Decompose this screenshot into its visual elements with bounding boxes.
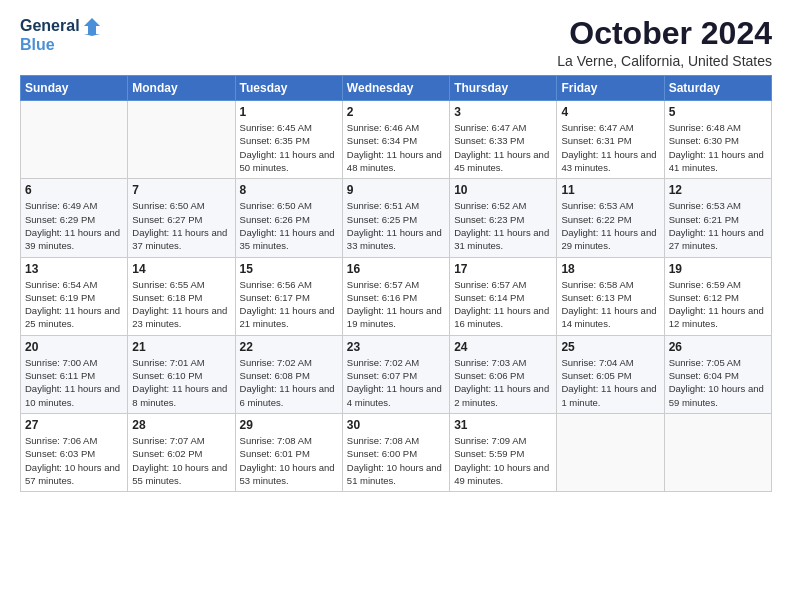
day-number: 23 — [347, 340, 445, 354]
day-number: 22 — [240, 340, 338, 354]
svg-marker-0 — [84, 18, 100, 36]
day-number: 6 — [25, 183, 123, 197]
day-info: Sunrise: 6:52 AM Sunset: 6:23 PM Dayligh… — [454, 199, 552, 252]
col-sunday: Sunday — [21, 76, 128, 101]
day-info: Sunrise: 6:59 AM Sunset: 6:12 PM Dayligh… — [669, 278, 767, 331]
subtitle: La Verne, California, United States — [557, 53, 772, 69]
col-monday: Monday — [128, 76, 235, 101]
calendar-cell: 7Sunrise: 6:50 AM Sunset: 6:27 PM Daylig… — [128, 179, 235, 257]
day-number: 31 — [454, 418, 552, 432]
calendar-cell: 23Sunrise: 7:02 AM Sunset: 6:07 PM Dayli… — [342, 335, 449, 413]
day-info: Sunrise: 6:47 AM Sunset: 6:33 PM Dayligh… — [454, 121, 552, 174]
day-number: 21 — [132, 340, 230, 354]
logo-arrow-icon — [82, 16, 102, 36]
day-info: Sunrise: 7:04 AM Sunset: 6:05 PM Dayligh… — [561, 356, 659, 409]
day-info: Sunrise: 6:53 AM Sunset: 6:22 PM Dayligh… — [561, 199, 659, 252]
logo-blue: Blue — [20, 36, 55, 54]
day-number: 12 — [669, 183, 767, 197]
day-number: 2 — [347, 105, 445, 119]
col-thursday: Thursday — [450, 76, 557, 101]
day-info: Sunrise: 7:02 AM Sunset: 6:07 PM Dayligh… — [347, 356, 445, 409]
day-info: Sunrise: 7:06 AM Sunset: 6:03 PM Dayligh… — [25, 434, 123, 487]
day-number: 9 — [347, 183, 445, 197]
calendar-cell: 28Sunrise: 7:07 AM Sunset: 6:02 PM Dayli… — [128, 413, 235, 491]
day-number: 17 — [454, 262, 552, 276]
day-number: 26 — [669, 340, 767, 354]
day-number: 19 — [669, 262, 767, 276]
day-info: Sunrise: 7:05 AM Sunset: 6:04 PM Dayligh… — [669, 356, 767, 409]
col-saturday: Saturday — [664, 76, 771, 101]
day-number: 15 — [240, 262, 338, 276]
day-info: Sunrise: 7:03 AM Sunset: 6:06 PM Dayligh… — [454, 356, 552, 409]
calendar-cell: 29Sunrise: 7:08 AM Sunset: 6:01 PM Dayli… — [235, 413, 342, 491]
day-number: 18 — [561, 262, 659, 276]
day-number: 25 — [561, 340, 659, 354]
calendar-cell: 24Sunrise: 7:03 AM Sunset: 6:06 PM Dayli… — [450, 335, 557, 413]
day-info: Sunrise: 7:08 AM Sunset: 6:01 PM Dayligh… — [240, 434, 338, 487]
calendar-cell: 13Sunrise: 6:54 AM Sunset: 6:19 PM Dayli… — [21, 257, 128, 335]
day-info: Sunrise: 6:54 AM Sunset: 6:19 PM Dayligh… — [25, 278, 123, 331]
day-info: Sunrise: 7:02 AM Sunset: 6:08 PM Dayligh… — [240, 356, 338, 409]
day-number: 16 — [347, 262, 445, 276]
calendar-cell: 16Sunrise: 6:57 AM Sunset: 6:16 PM Dayli… — [342, 257, 449, 335]
day-number: 30 — [347, 418, 445, 432]
day-info: Sunrise: 6:46 AM Sunset: 6:34 PM Dayligh… — [347, 121, 445, 174]
day-info: Sunrise: 7:07 AM Sunset: 6:02 PM Dayligh… — [132, 434, 230, 487]
logo: General Blue — [20, 16, 102, 54]
day-info: Sunrise: 6:57 AM Sunset: 6:14 PM Dayligh… — [454, 278, 552, 331]
calendar-table: Sunday Monday Tuesday Wednesday Thursday… — [20, 75, 772, 492]
calendar-cell: 17Sunrise: 6:57 AM Sunset: 6:14 PM Dayli… — [450, 257, 557, 335]
calendar-cell: 2Sunrise: 6:46 AM Sunset: 6:34 PM Daylig… — [342, 101, 449, 179]
day-info: Sunrise: 7:01 AM Sunset: 6:10 PM Dayligh… — [132, 356, 230, 409]
day-number: 3 — [454, 105, 552, 119]
day-info: Sunrise: 6:51 AM Sunset: 6:25 PM Dayligh… — [347, 199, 445, 252]
week-row-2: 6Sunrise: 6:49 AM Sunset: 6:29 PM Daylig… — [21, 179, 772, 257]
day-number: 24 — [454, 340, 552, 354]
day-number: 29 — [240, 418, 338, 432]
day-number: 13 — [25, 262, 123, 276]
day-number: 10 — [454, 183, 552, 197]
calendar-cell: 14Sunrise: 6:55 AM Sunset: 6:18 PM Dayli… — [128, 257, 235, 335]
day-info: Sunrise: 6:55 AM Sunset: 6:18 PM Dayligh… — [132, 278, 230, 331]
day-number: 20 — [25, 340, 123, 354]
day-info: Sunrise: 6:53 AM Sunset: 6:21 PM Dayligh… — [669, 199, 767, 252]
day-number: 14 — [132, 262, 230, 276]
calendar-cell: 26Sunrise: 7:05 AM Sunset: 6:04 PM Dayli… — [664, 335, 771, 413]
day-info: Sunrise: 6:50 AM Sunset: 6:26 PM Dayligh… — [240, 199, 338, 252]
day-info: Sunrise: 6:50 AM Sunset: 6:27 PM Dayligh… — [132, 199, 230, 252]
calendar-cell: 21Sunrise: 7:01 AM Sunset: 6:10 PM Dayli… — [128, 335, 235, 413]
calendar-cell: 5Sunrise: 6:48 AM Sunset: 6:30 PM Daylig… — [664, 101, 771, 179]
day-info: Sunrise: 7:09 AM Sunset: 5:59 PM Dayligh… — [454, 434, 552, 487]
calendar-cell: 27Sunrise: 7:06 AM Sunset: 6:03 PM Dayli… — [21, 413, 128, 491]
calendar-cell: 9Sunrise: 6:51 AM Sunset: 6:25 PM Daylig… — [342, 179, 449, 257]
day-info: Sunrise: 7:08 AM Sunset: 6:00 PM Dayligh… — [347, 434, 445, 487]
calendar-cell: 31Sunrise: 7:09 AM Sunset: 5:59 PM Dayli… — [450, 413, 557, 491]
calendar-cell: 20Sunrise: 7:00 AM Sunset: 6:11 PM Dayli… — [21, 335, 128, 413]
col-tuesday: Tuesday — [235, 76, 342, 101]
week-row-3: 13Sunrise: 6:54 AM Sunset: 6:19 PM Dayli… — [21, 257, 772, 335]
day-info: Sunrise: 6:58 AM Sunset: 6:13 PM Dayligh… — [561, 278, 659, 331]
week-row-4: 20Sunrise: 7:00 AM Sunset: 6:11 PM Dayli… — [21, 335, 772, 413]
calendar-cell — [557, 413, 664, 491]
calendar-cell — [664, 413, 771, 491]
calendar-cell: 8Sunrise: 6:50 AM Sunset: 6:26 PM Daylig… — [235, 179, 342, 257]
day-number: 7 — [132, 183, 230, 197]
col-friday: Friday — [557, 76, 664, 101]
day-number: 27 — [25, 418, 123, 432]
day-number: 4 — [561, 105, 659, 119]
day-info: Sunrise: 6:57 AM Sunset: 6:16 PM Dayligh… — [347, 278, 445, 331]
calendar-cell: 19Sunrise: 6:59 AM Sunset: 6:12 PM Dayli… — [664, 257, 771, 335]
day-info: Sunrise: 6:45 AM Sunset: 6:35 PM Dayligh… — [240, 121, 338, 174]
day-number: 1 — [240, 105, 338, 119]
calendar-cell: 25Sunrise: 7:04 AM Sunset: 6:05 PM Dayli… — [557, 335, 664, 413]
header: General Blue October 2024 La Verne, Cali… — [20, 16, 772, 69]
calendar-cell: 12Sunrise: 6:53 AM Sunset: 6:21 PM Dayli… — [664, 179, 771, 257]
calendar-cell: 10Sunrise: 6:52 AM Sunset: 6:23 PM Dayli… — [450, 179, 557, 257]
week-row-1: 1Sunrise: 6:45 AM Sunset: 6:35 PM Daylig… — [21, 101, 772, 179]
calendar-cell: 4Sunrise: 6:47 AM Sunset: 6:31 PM Daylig… — [557, 101, 664, 179]
page-container: General Blue October 2024 La Verne, Cali… — [0, 0, 792, 502]
day-info: Sunrise: 7:00 AM Sunset: 6:11 PM Dayligh… — [25, 356, 123, 409]
day-info: Sunrise: 6:49 AM Sunset: 6:29 PM Dayligh… — [25, 199, 123, 252]
day-number: 8 — [240, 183, 338, 197]
calendar-cell — [128, 101, 235, 179]
